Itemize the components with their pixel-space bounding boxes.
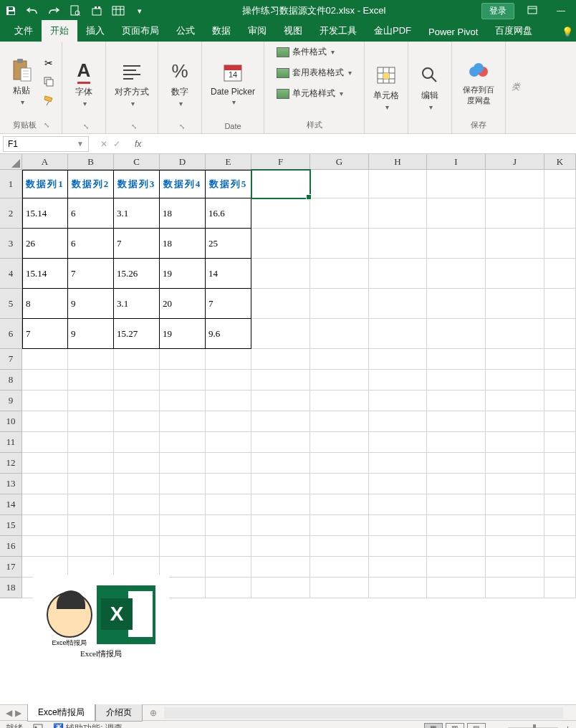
cell[interactable] [427, 432, 486, 453]
qat-customize-icon[interactable]: ▾ [133, 4, 146, 17]
cell[interactable] [369, 229, 427, 259]
cell[interactable] [427, 370, 486, 391]
cell[interactable] [68, 370, 114, 391]
cut-icon[interactable]: ✂ [42, 56, 56, 70]
cell[interactable] [251, 259, 310, 289]
column-header[interactable]: D [160, 154, 206, 170]
cell[interactable] [544, 289, 576, 319]
cell[interactable]: 7 [68, 259, 114, 289]
cancel-icon[interactable]: ✕ [100, 139, 107, 149]
cell[interactable]: 19 [160, 319, 206, 349]
cell[interactable] [160, 453, 206, 474]
column-header[interactable]: H [369, 154, 427, 170]
cell[interactable]: 15.27 [114, 319, 160, 349]
sheet-nav[interactable]: ◀▶ [0, 708, 27, 718]
cell[interactable]: 15.26 [114, 259, 160, 289]
cell[interactable] [544, 349, 576, 370]
cell[interactable] [486, 349, 544, 370]
row-header[interactable]: 12 [0, 453, 22, 474]
cell[interactable]: 9.6 [206, 319, 251, 349]
cell[interactable] [22, 349, 68, 370]
overflow-icon[interactable]: 类 [512, 81, 520, 93]
row-header[interactable]: 2 [0, 198, 22, 229]
undo-icon[interactable] [26, 4, 39, 17]
column-header[interactable]: J [486, 154, 544, 170]
cell[interactable] [369, 198, 427, 229]
cell[interactable] [544, 259, 576, 289]
cell[interactable]: 16.6 [206, 198, 251, 229]
tell-me-icon[interactable]: 💡 [553, 22, 576, 42]
cell[interactable] [427, 319, 486, 349]
cell[interactable] [427, 289, 486, 319]
name-box[interactable]: F1▼ [3, 136, 89, 152]
cell[interactable] [68, 494, 114, 515]
tab-review[interactable]: 审阅 [239, 20, 275, 42]
cell[interactable] [427, 198, 486, 229]
cell[interactable] [486, 259, 544, 289]
cell[interactable] [114, 411, 160, 432]
tab-view[interactable]: 视图 [275, 20, 311, 42]
cell[interactable] [369, 349, 427, 370]
cell[interactable] [310, 453, 369, 474]
cell[interactable] [114, 432, 160, 453]
cell[interactable] [369, 453, 427, 474]
column-header[interactable]: B [68, 154, 114, 170]
sheet-tab-inactive[interactable]: 介绍页 [95, 704, 143, 722]
cell[interactable] [544, 170, 576, 198]
cell[interactable] [310, 557, 369, 578]
cell[interactable] [251, 319, 310, 349]
column-header[interactable]: C [114, 154, 160, 170]
chevron-down-icon[interactable]: ▼ [77, 140, 84, 148]
cell[interactable] [369, 557, 427, 578]
row-header[interactable]: 15 [0, 515, 22, 536]
cell[interactable] [369, 432, 427, 453]
cell[interactable]: 6 [68, 229, 114, 259]
normal-view-icon[interactable]: ▦ [424, 723, 443, 729]
cell[interactable] [22, 432, 68, 453]
cell[interactable] [427, 515, 486, 536]
cell[interactable]: 数据列2 [68, 170, 114, 198]
row-header[interactable]: 4 [0, 259, 22, 289]
cell[interactable] [310, 432, 369, 453]
cell[interactable] [206, 557, 251, 578]
cell[interactable] [160, 391, 206, 411]
cell[interactable] [427, 170, 486, 198]
cell[interactable] [427, 474, 486, 494]
cell[interactable] [310, 170, 369, 198]
tab-pdf[interactable]: 金山PDF [365, 20, 420, 42]
cell[interactable] [486, 391, 544, 411]
cells-button[interactable]: 单元格▾ [370, 59, 402, 114]
editing-button[interactable]: 编辑▾ [414, 59, 446, 114]
cell[interactable]: 18 [160, 229, 206, 259]
page-break-view-icon[interactable]: ▤ [467, 723, 486, 729]
cell[interactable] [114, 349, 160, 370]
cell[interactable] [160, 494, 206, 515]
copy-icon[interactable] [42, 75, 56, 89]
cell[interactable] [22, 536, 68, 557]
cell[interactable] [310, 319, 369, 349]
cell[interactable] [206, 370, 251, 391]
cell[interactable] [206, 391, 251, 411]
cell[interactable] [160, 536, 206, 557]
cell[interactable] [369, 474, 427, 494]
cell[interactable] [369, 289, 427, 319]
add-sheet-button[interactable]: ⊕ [143, 708, 164, 718]
cell[interactable] [310, 411, 369, 432]
cell[interactable]: 7 [22, 319, 68, 349]
cell[interactable] [427, 578, 486, 598]
zoom-out-button[interactable]: − [496, 724, 501, 729]
cell[interactable] [251, 391, 310, 411]
form-icon[interactable] [112, 4, 125, 17]
cell[interactable] [68, 453, 114, 474]
cell[interactable] [114, 370, 160, 391]
cell[interactable] [310, 536, 369, 557]
tab-file[interactable]: 文件 [6, 20, 42, 42]
cell[interactable] [486, 474, 544, 494]
column-header[interactable]: G [310, 154, 369, 170]
cell[interactable] [206, 432, 251, 453]
cell[interactable] [486, 170, 544, 198]
cell[interactable] [310, 370, 369, 391]
cell[interactable] [544, 578, 576, 598]
row-header[interactable]: 17 [0, 557, 22, 578]
row-header[interactable]: 6 [0, 319, 22, 349]
